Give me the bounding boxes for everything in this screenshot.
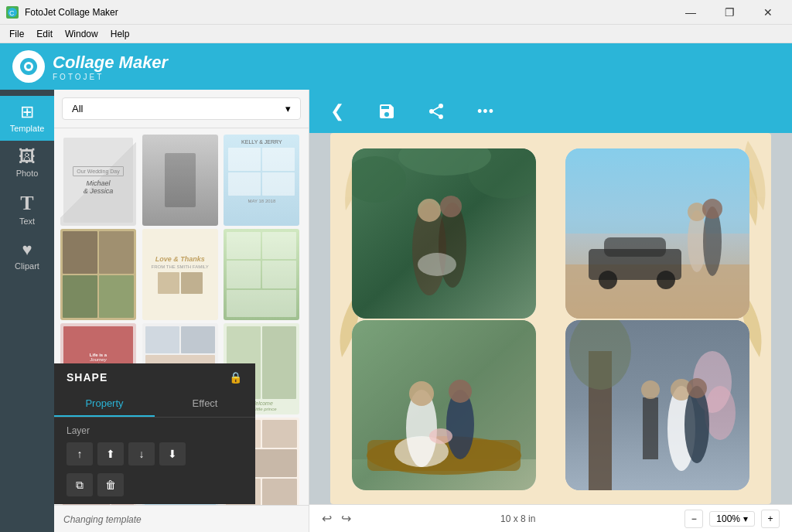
- logo-main: Collage Maker: [53, 53, 168, 73]
- title-bar-left: C FotoJet Collage Maker: [6, 6, 118, 19]
- layer-move-top[interactable]: ⬆: [97, 442, 124, 466]
- layer-section: Layer ↑ ⬆ ↓ ⬇ ⧉ 🗑: [54, 418, 255, 504]
- clipart-icon: ♥: [22, 241, 32, 258]
- maximize-button[interactable]: ❐: [712, 1, 747, 24]
- menu-edit[interactable]: Edit: [30, 27, 59, 41]
- template-item[interactable]: Our Wedding Day Michael& Jessica: [60, 135, 136, 226]
- menu-help[interactable]: Help: [104, 27, 136, 41]
- sidebar: ⊞ Template 🖼 Photo T Text ♥ Clipart: [0, 90, 54, 532]
- logo-text: Collage Maker FOTOJET: [53, 53, 168, 81]
- menu-bar: File Edit Window Help: [0, 25, 792, 43]
- shape-panel-header: SHAPE 🔒: [54, 363, 255, 391]
- layer-actions: ⧉ 🗑: [67, 473, 243, 496]
- template-item[interactable]: KELLY & JERRY MAY 18 2018: [224, 135, 299, 226]
- svg-rect-39: [643, 397, 658, 459]
- svg-point-44: [705, 386, 736, 440]
- photo-cell-3: [352, 320, 536, 490]
- photo-icon: 🖼: [19, 148, 36, 165]
- sidebar-label-clipart: Clipart: [15, 261, 39, 271]
- layer-move-up[interactable]: ↑: [67, 442, 93, 466]
- bottom-bar-right: − 100% ▾ +: [684, 510, 780, 528]
- title-bar: C FotoJet Collage Maker — ❐ ✕: [0, 0, 792, 25]
- bottom-bar-left: ↩ ↪: [322, 511, 351, 526]
- svg-text:C: C: [9, 9, 15, 17]
- svg-point-13: [440, 196, 462, 217]
- svg-point-5: [26, 64, 31, 69]
- app-header: Collage Maker FOTOJET: [0, 43, 792, 90]
- sidebar-item-clipart[interactable]: ♥ Clipart: [0, 234, 54, 278]
- layer-label: Layer: [67, 425, 243, 436]
- share-button[interactable]: [421, 96, 452, 127]
- menu-file[interactable]: File: [3, 27, 30, 41]
- duplicate-button[interactable]: ⧉: [67, 473, 93, 496]
- template-filter: All ▾: [54, 90, 309, 128]
- sidebar-label-template: Template: [10, 124, 45, 133]
- collage-canvas: [330, 133, 771, 504]
- sidebar-label-text: Text: [19, 217, 35, 226]
- photo-cell-1: [352, 148, 536, 319]
- template-item[interactable]: [224, 229, 299, 320]
- sidebar-label-photo: Photo: [16, 169, 39, 178]
- template-item[interactable]: [60, 229, 136, 320]
- svg-point-21: [657, 271, 675, 289]
- title-bar-controls: — ❐ ✕: [673, 1, 786, 24]
- undo-button[interactable]: ↩: [322, 511, 332, 526]
- more-icon: •••: [477, 104, 494, 120]
- zoom-value: 100%: [716, 513, 740, 524]
- more-options-button[interactable]: •••: [470, 96, 501, 127]
- minimize-button[interactable]: —: [673, 1, 708, 24]
- svg-point-20: [599, 271, 617, 289]
- zoom-dropdown-arrow: ▾: [743, 513, 748, 524]
- canvas-dimensions: 10 x 8 in: [500, 513, 535, 524]
- photo-cell-4: [565, 320, 749, 490]
- app-icon: C: [6, 6, 19, 19]
- canvas-content: [309, 133, 792, 504]
- app-title: FotoJet Collage Maker: [25, 7, 118, 18]
- svg-point-33: [449, 380, 472, 403]
- sidebar-item-text[interactable]: T Text: [0, 186, 54, 234]
- sidebar-item-template[interactable]: ⊞ Template: [0, 96, 54, 141]
- redo-button[interactable]: ↪: [341, 511, 351, 526]
- zoom-level-dropdown[interactable]: 100% ▾: [709, 511, 755, 527]
- svg-rect-16: [565, 148, 749, 234]
- back-button[interactable]: ❮: [322, 96, 353, 127]
- shape-panel: SHAPE 🔒 Property Effect Layer ↑ ⬆ ↓ ⬇ ⧉ …: [54, 363, 255, 504]
- layer-move-bottom[interactable]: ⬇: [159, 442, 186, 466]
- menu-window[interactable]: Window: [59, 27, 104, 41]
- filter-value: All: [72, 103, 83, 114]
- filter-arrow-icon: ▾: [285, 103, 291, 114]
- svg-rect-19: [604, 237, 666, 257]
- zoom-minus-button[interactable]: −: [684, 510, 703, 528]
- sidebar-item-photo[interactable]: 🖼 Photo: [0, 141, 54, 186]
- svg-point-35: [429, 428, 452, 444]
- svg-point-40: [641, 380, 660, 399]
- svg-point-25: [702, 199, 722, 219]
- template-icon: ⊞: [20, 104, 34, 121]
- svg-point-14: [418, 253, 456, 276]
- template-item[interactable]: [142, 135, 218, 226]
- tab-effect[interactable]: Effect: [155, 391, 255, 417]
- save-button[interactable]: [371, 96, 402, 127]
- canvas-toolbar: ❮ •••: [309, 90, 792, 133]
- layer-move-down[interactable]: ↓: [128, 442, 155, 466]
- delete-button[interactable]: 🗑: [97, 473, 124, 496]
- status-message: Changing template: [63, 514, 142, 525]
- lock-icon: 🔒: [229, 371, 243, 384]
- svg-point-46: [687, 378, 707, 398]
- svg-point-12: [418, 199, 441, 222]
- logo-sub: FOTOJET: [53, 73, 168, 81]
- shape-panel-title: SHAPE: [67, 371, 108, 384]
- filter-dropdown[interactable]: All ▾: [62, 97, 301, 120]
- tab-property[interactable]: Property: [54, 391, 155, 417]
- zoom-plus-button[interactable]: +: [761, 510, 780, 528]
- template-item[interactable]: Love & Thanks FROM THE SMITH FAMILY: [142, 229, 218, 320]
- bottom-bar: ↩ ↪ 10 x 8 in − 100% ▾ +: [309, 504, 792, 532]
- close-button[interactable]: ✕: [750, 1, 786, 24]
- canvas-area: ❮ •••: [309, 90, 792, 532]
- shape-tabs: Property Effect: [54, 391, 255, 418]
- logo-icon: [12, 50, 45, 83]
- layer-controls: ↑ ⬆ ↓ ⬇: [67, 442, 243, 466]
- photo-cell-2: [565, 148, 749, 319]
- text-icon: T: [20, 193, 33, 213]
- status-area: Changing template: [54, 505, 309, 532]
